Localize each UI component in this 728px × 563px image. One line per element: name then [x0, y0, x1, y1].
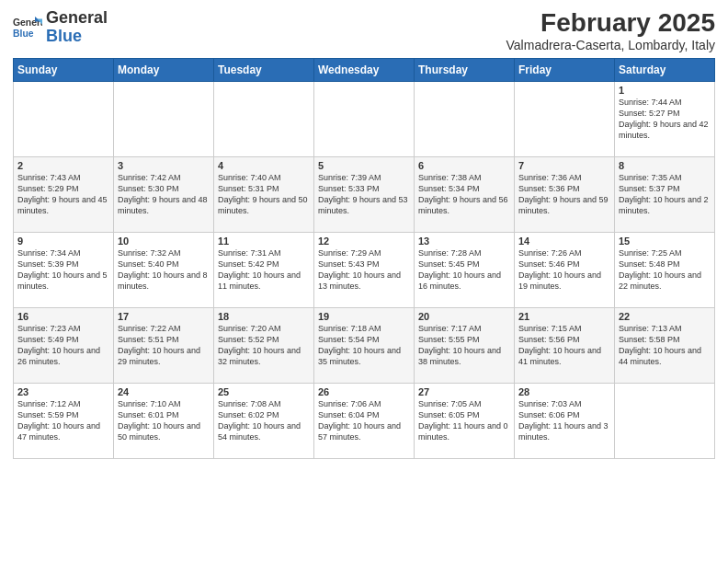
calendar-week-3: 9Sunrise: 7:34 AM Sunset: 5:39 PM Daylig…: [14, 232, 715, 307]
day-number: 16: [17, 311, 109, 322]
calendar-cell: [114, 81, 214, 156]
calendar-cell: 4Sunrise: 7:40 AM Sunset: 5:31 PM Daylig…: [214, 156, 314, 232]
logo-blue: Blue: [46, 27, 82, 45]
calendar-cell: 3Sunrise: 7:42 AM Sunset: 5:30 PM Daylig…: [114, 156, 214, 232]
calendar-cell: 27Sunrise: 7:05 AM Sunset: 6:05 PM Dayli…: [415, 383, 515, 458]
day-info: Sunrise: 7:20 AM Sunset: 5:52 PM Dayligh…: [218, 323, 310, 368]
day-number: 26: [318, 386, 410, 397]
day-info: Sunrise: 7:44 AM Sunset: 5:27 PM Dayligh…: [619, 97, 711, 142]
day-info: Sunrise: 7:17 AM Sunset: 5:55 PM Dayligh…: [418, 323, 510, 368]
col-header-wednesday: Wednesday: [314, 58, 415, 81]
day-number: 2: [17, 160, 109, 171]
day-number: 7: [518, 160, 610, 171]
calendar-cell: 25Sunrise: 7:08 AM Sunset: 6:02 PM Dayli…: [214, 383, 314, 458]
day-info: Sunrise: 7:35 AM Sunset: 5:37 PM Dayligh…: [619, 172, 711, 217]
day-info: Sunrise: 7:22 AM Sunset: 5:51 PM Dayligh…: [118, 323, 210, 368]
day-info: Sunrise: 7:03 AM Sunset: 6:06 PM Dayligh…: [518, 398, 610, 443]
calendar-week-5: 23Sunrise: 7:12 AM Sunset: 5:59 PM Dayli…: [14, 383, 715, 458]
day-info: Sunrise: 7:40 AM Sunset: 5:31 PM Dayligh…: [218, 172, 310, 217]
day-info: Sunrise: 7:43 AM Sunset: 5:29 PM Dayligh…: [17, 172, 109, 217]
day-number: 11: [218, 236, 310, 247]
page: General Blue General Blue February 2025 …: [0, 0, 728, 563]
calendar-week-2: 2Sunrise: 7:43 AM Sunset: 5:29 PM Daylig…: [14, 156, 715, 232]
calendar-cell: 23Sunrise: 7:12 AM Sunset: 5:59 PM Dayli…: [14, 383, 114, 458]
day-info: Sunrise: 7:10 AM Sunset: 6:01 PM Dayligh…: [118, 398, 210, 443]
calendar-cell: 2Sunrise: 7:43 AM Sunset: 5:29 PM Daylig…: [14, 156, 114, 232]
day-number: 20: [418, 311, 510, 322]
day-info: Sunrise: 7:18 AM Sunset: 5:54 PM Dayligh…: [318, 323, 410, 368]
calendar-cell: 15Sunrise: 7:25 AM Sunset: 5:48 PM Dayli…: [615, 232, 715, 307]
calendar-title: February 2025: [506, 9, 715, 38]
calendar-cell: 11Sunrise: 7:31 AM Sunset: 5:42 PM Dayli…: [214, 232, 314, 307]
calendar-cell: 28Sunrise: 7:03 AM Sunset: 6:06 PM Dayli…: [515, 383, 615, 458]
calendar-cell: [515, 81, 615, 156]
day-number: 1: [619, 85, 711, 96]
calendar-week-4: 16Sunrise: 7:23 AM Sunset: 5:49 PM Dayli…: [14, 307, 715, 383]
calendar-cell: [214, 81, 314, 156]
calendar-cell: 22Sunrise: 7:13 AM Sunset: 5:58 PM Dayli…: [615, 307, 715, 383]
day-number: 9: [17, 236, 109, 247]
day-info: Sunrise: 7:06 AM Sunset: 6:04 PM Dayligh…: [318, 398, 410, 443]
day-info: Sunrise: 7:38 AM Sunset: 5:34 PM Dayligh…: [418, 172, 510, 217]
day-number: 6: [418, 160, 510, 171]
day-number: 25: [218, 386, 310, 397]
col-header-sunday: Sunday: [14, 58, 114, 81]
day-number: 14: [518, 236, 610, 247]
day-info: Sunrise: 7:32 AM Sunset: 5:40 PM Dayligh…: [118, 247, 210, 293]
day-info: Sunrise: 7:25 AM Sunset: 5:48 PM Dayligh…: [619, 247, 711, 293]
calendar-cell: 5Sunrise: 7:39 AM Sunset: 5:33 PM Daylig…: [314, 156, 415, 232]
col-header-monday: Monday: [114, 58, 214, 81]
calendar-cell: 9Sunrise: 7:34 AM Sunset: 5:39 PM Daylig…: [14, 232, 114, 307]
calendar-cell: 13Sunrise: 7:28 AM Sunset: 5:45 PM Dayli…: [415, 232, 515, 307]
day-info: Sunrise: 7:05 AM Sunset: 6:05 PM Dayligh…: [418, 398, 510, 443]
calendar-cell: 12Sunrise: 7:29 AM Sunset: 5:43 PM Dayli…: [314, 232, 415, 307]
day-info: Sunrise: 7:42 AM Sunset: 5:30 PM Dayligh…: [118, 172, 210, 217]
day-number: 18: [218, 311, 310, 322]
calendar-week-1: 1Sunrise: 7:44 AM Sunset: 5:27 PM Daylig…: [14, 81, 715, 156]
col-header-friday: Friday: [515, 58, 615, 81]
day-info: Sunrise: 7:13 AM Sunset: 5:58 PM Dayligh…: [619, 323, 711, 368]
calendar-cell: [14, 81, 114, 156]
calendar-cell: 19Sunrise: 7:18 AM Sunset: 5:54 PM Dayli…: [314, 307, 415, 383]
calendar-cell: [615, 383, 715, 458]
calendar-cell: 6Sunrise: 7:38 AM Sunset: 5:34 PM Daylig…: [415, 156, 515, 232]
logo-text: General Blue: [46, 9, 108, 46]
day-number: 3: [118, 160, 210, 171]
day-info: Sunrise: 7:31 AM Sunset: 5:42 PM Dayligh…: [218, 247, 310, 293]
day-number: 4: [218, 160, 310, 171]
col-header-thursday: Thursday: [415, 58, 515, 81]
col-header-saturday: Saturday: [615, 58, 715, 81]
day-number: 10: [118, 236, 210, 247]
logo-general: General: [46, 8, 108, 27]
logo-icon: General Blue: [13, 13, 42, 42]
calendar-subtitle: Valmadrera-Caserta, Lombardy, Italy: [506, 38, 715, 52]
day-number: 17: [118, 311, 210, 322]
day-number: 28: [518, 386, 610, 397]
day-number: 22: [619, 311, 711, 322]
day-info: Sunrise: 7:39 AM Sunset: 5:33 PM Dayligh…: [318, 172, 410, 217]
day-number: 19: [318, 311, 410, 322]
header: General Blue General Blue February 2025 …: [13, 9, 715, 52]
calendar-cell: 21Sunrise: 7:15 AM Sunset: 5:56 PM Dayli…: [515, 307, 615, 383]
calendar-table: SundayMondayTuesdayWednesdayThursdayFrid…: [13, 58, 715, 459]
calendar-cell: 7Sunrise: 7:36 AM Sunset: 5:36 PM Daylig…: [515, 156, 615, 232]
calendar-cell: 17Sunrise: 7:22 AM Sunset: 5:51 PM Dayli…: [114, 307, 214, 383]
day-info: Sunrise: 7:28 AM Sunset: 5:45 PM Dayligh…: [418, 247, 510, 293]
calendar-cell: 24Sunrise: 7:10 AM Sunset: 6:01 PM Dayli…: [114, 383, 214, 458]
calendar-cell: 20Sunrise: 7:17 AM Sunset: 5:55 PM Dayli…: [415, 307, 515, 383]
day-info: Sunrise: 7:36 AM Sunset: 5:36 PM Dayligh…: [518, 172, 610, 217]
calendar-cell: 26Sunrise: 7:06 AM Sunset: 6:04 PM Dayli…: [314, 383, 415, 458]
day-number: 24: [118, 386, 210, 397]
calendar-cell: 16Sunrise: 7:23 AM Sunset: 5:49 PM Dayli…: [14, 307, 114, 383]
day-number: 15: [619, 236, 711, 247]
day-info: Sunrise: 7:23 AM Sunset: 5:49 PM Dayligh…: [17, 323, 109, 368]
day-number: 23: [17, 386, 109, 397]
calendar-cell: 18Sunrise: 7:20 AM Sunset: 5:52 PM Dayli…: [214, 307, 314, 383]
calendar-header-row: SundayMondayTuesdayWednesdayThursdayFrid…: [14, 58, 715, 81]
day-info: Sunrise: 7:08 AM Sunset: 6:02 PM Dayligh…: [218, 398, 310, 443]
day-number: 27: [418, 386, 510, 397]
day-info: Sunrise: 7:29 AM Sunset: 5:43 PM Dayligh…: [318, 247, 410, 293]
day-info: Sunrise: 7:12 AM Sunset: 5:59 PM Dayligh…: [17, 398, 109, 443]
svg-text:Blue: Blue: [13, 28, 34, 38]
calendar-cell: 8Sunrise: 7:35 AM Sunset: 5:37 PM Daylig…: [615, 156, 715, 232]
